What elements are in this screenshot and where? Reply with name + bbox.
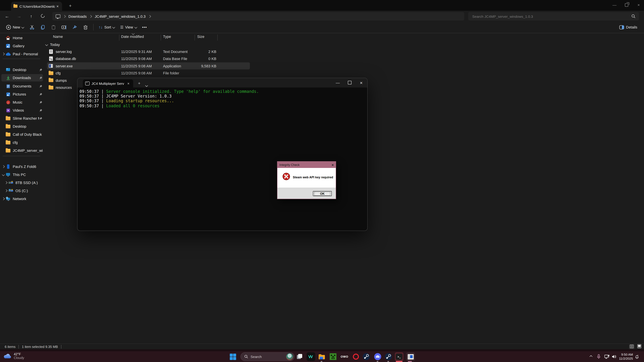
dialog-title-bar[interactable]: Integrity Check × <box>278 162 336 168</box>
terminal-close-button[interactable]: × <box>356 78 367 87</box>
file-explorer-taskbar-icon[interactable] <box>317 352 326 361</box>
share-button[interactable] <box>70 23 80 31</box>
owo-app-icon[interactable]: OWO <box>340 352 349 361</box>
window-close-button[interactable]: × <box>632 0 644 10</box>
file-row-cfg[interactable]: cfg 11/2/2025 9:08 AM File folder <box>47 69 250 77</box>
column-header-name[interactable]: Name <box>53 34 63 38</box>
terminal-new-tab-button[interactable]: ＋ <box>137 80 141 86</box>
sidebar-item-cfg-folder[interactable]: cfg <box>1 139 43 146</box>
chevron-right-icon[interactable] <box>4 182 8 184</box>
sidebar-divider <box>3 156 40 156</box>
new-button[interactable]: New <box>3 23 26 31</box>
sidebar-item-this-pc[interactable]: This PC <box>1 171 43 178</box>
back-button[interactable]: ← <box>3 13 12 18</box>
sort-button[interactable]: ↑↓ Sort <box>96 23 118 31</box>
task-view-button[interactable] <box>295 352 304 361</box>
column-divider[interactable] <box>161 34 161 40</box>
sidebar-item-videos[interactable]: Videos <box>1 107 43 114</box>
chevron-right-icon[interactable] <box>1 53 5 55</box>
terminal-tab-close-icon[interactable]: × <box>126 81 131 86</box>
this-pc-icon[interactable] <box>56 14 60 18</box>
sidebar-item-home[interactable]: Home <box>1 34 43 41</box>
more-options-button[interactable]: ••• <box>139 23 150 31</box>
delete-button[interactable] <box>80 23 91 31</box>
file-row-server-exe[interactable]: server.exe 11/2/2025 9:08 AM Application… <box>47 62 250 69</box>
up-button[interactable]: ↑ <box>27 13 36 18</box>
sidebar-item-jc4mp-folder[interactable]: JC4MP_server_windows <box>1 147 43 154</box>
sidebar-item-desktop-folder[interactable]: Desktop <box>1 123 43 130</box>
weather-widget[interactable]: 42°FCloudy <box>3 352 24 360</box>
chevron-down-icon[interactable] <box>1 174 5 176</box>
rename-button[interactable]: A <box>59 23 70 31</box>
sidebar-item-gallery[interactable]: Gallery <box>1 42 43 50</box>
refresh-button[interactable] <box>38 13 47 18</box>
voicemod-app-icon[interactable] <box>306 352 315 361</box>
network-tray-icon[interactable] <box>604 352 610 361</box>
bing-daily-image[interactable] <box>286 353 293 360</box>
start-button[interactable] <box>228 352 237 361</box>
sidebar-item-drive-c[interactable]: OS (C:) <box>1 187 46 194</box>
column-header-date[interactable]: Date modified <box>121 34 144 38</box>
discord-icon[interactable] <box>373 352 382 361</box>
dialog-close-icon[interactable]: × <box>332 163 334 167</box>
chevron-right-icon[interactable] <box>4 190 8 192</box>
sidebar-item-slime-rancher-folder[interactable]: Slime Rancher Mo <box>1 115 43 122</box>
terminal-maximize-button[interactable] <box>344 78 355 87</box>
terminal-taskbar-icon[interactable]: >_ <box>395 352 404 361</box>
window-minimize-button[interactable]: — <box>608 0 621 10</box>
clock[interactable]: 9:50 AM 11/2/2025 <box>619 353 633 361</box>
forward-button[interactable]: → <box>15 13 24 18</box>
file-row-server-log[interactable]: server.log 11/2/2025 9:31 AM Text Docume… <box>47 48 250 55</box>
tab-close-icon[interactable]: × <box>55 4 60 8</box>
notification-bell-button[interactable]: z <box>634 352 640 361</box>
sidebar-item-pictures[interactable]: Pictures <box>1 90 43 98</box>
explorer-tab[interactable]: C:\Users\blue3\Downloads\JC × <box>11 2 62 11</box>
copy-button[interactable] <box>37 23 48 31</box>
terminal-tab[interactable]: JC4 Multiplayer Server × <box>83 79 133 87</box>
steam-icon[interactable] <box>362 352 371 361</box>
file-row-database-db[interactable]: database.db 11/2/2025 9:08 AM Data Base … <box>47 55 250 62</box>
thumbnail-view-toggle[interactable] <box>637 344 641 349</box>
tray-expand-button[interactable] <box>588 352 594 361</box>
sidebar-item-downloads[interactable]: Downloads <box>1 74 43 81</box>
sidebar-item-cod-folder[interactable]: Call of Duty Black Op <box>1 131 43 138</box>
steam-icon-2[interactable] <box>384 352 393 361</box>
taskbar-search[interactable]: Search <box>240 352 294 361</box>
opera-gx-icon[interactable] <box>352 352 360 361</box>
column-header-size[interactable]: Size <box>197 34 204 38</box>
ok-button[interactable]: OK <box>313 191 332 196</box>
details-pane-button[interactable]: Details <box>617 23 640 31</box>
chevron-right-icon[interactable] <box>1 166 5 168</box>
server-app-taskbar-icon[interactable] <box>406 352 415 361</box>
group-header-today[interactable]: Today <box>46 42 60 46</box>
microphone-tray-icon[interactable] <box>596 352 602 361</box>
column-divider[interactable] <box>119 34 120 40</box>
column-divider[interactable] <box>217 34 218 40</box>
view-button[interactable]: ☰ View <box>118 23 139 31</box>
search-input[interactable] <box>472 14 631 18</box>
terminal-title-bar[interactable]: JC4 Multiplayer Server × ＋ — × <box>78 78 367 87</box>
column-divider[interactable] <box>194 34 195 40</box>
sidebar-item-phone[interactable]: Paul's Z Fold6 <box>1 163 43 170</box>
chevron-right-icon[interactable] <box>148 15 151 18</box>
breadcrumb-downloads[interactable]: Downloads <box>68 14 87 18</box>
paste-button[interactable] <box>48 23 59 31</box>
sidebar-item-onedrive[interactable]: Paul - Personal <box>1 50 43 58</box>
cut-button[interactable] <box>26 23 37 31</box>
terminal-minimize-button[interactable]: — <box>332 78 344 87</box>
sidebar-item-network[interactable]: Network <box>1 195 43 202</box>
sidebar-item-drive-a[interactable]: 8TB SSD (A:) <box>1 179 46 186</box>
column-header-type[interactable]: Type <box>163 34 171 38</box>
terminal-tab-dropdown[interactable] <box>146 82 148 88</box>
new-tab-button[interactable]: ＋ <box>68 3 72 9</box>
minecraft-icon[interactable] <box>329 352 338 361</box>
terminal-output[interactable]: 09:50:37 | Server console initialized. T… <box>78 87 367 231</box>
window-restore-button[interactable] <box>620 0 633 10</box>
sidebar-item-documents[interactable]: Documents <box>1 82 43 90</box>
volume-tray-icon[interactable] <box>611 352 618 361</box>
details-view-toggle[interactable] <box>629 344 634 349</box>
sidebar-item-music[interactable]: ♪Music <box>1 98 43 106</box>
chevron-right-icon[interactable] <box>1 198 5 200</box>
sidebar-item-desktop[interactable]: Desktop <box>1 66 43 73</box>
breadcrumb-current-folder[interactable]: JC4MP_server_windows_1.0.3 <box>95 14 146 18</box>
